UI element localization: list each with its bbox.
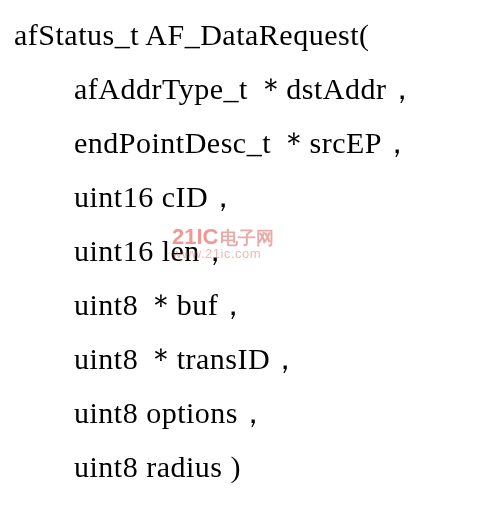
function-declaration: afStatus_t AF_DataRequest( xyxy=(14,20,504,50)
param-options: uint8 options， xyxy=(14,398,504,428)
param-radius: uint8 radius ) xyxy=(14,452,504,482)
param-transID: uint8 ＊transID， xyxy=(14,344,504,374)
param-dstAddr: afAddrType_t ＊dstAddr， xyxy=(14,74,504,104)
param-buf: uint8 ＊buf， xyxy=(14,290,504,320)
param-cID: uint16 cID， xyxy=(14,182,504,212)
param-len: uint16 len， xyxy=(14,236,504,266)
code-block: afStatus_t AF_DataRequest( afAddrType_t … xyxy=(14,20,504,482)
param-srcEP: endPointDesc_t ＊srcEP， xyxy=(14,128,504,158)
